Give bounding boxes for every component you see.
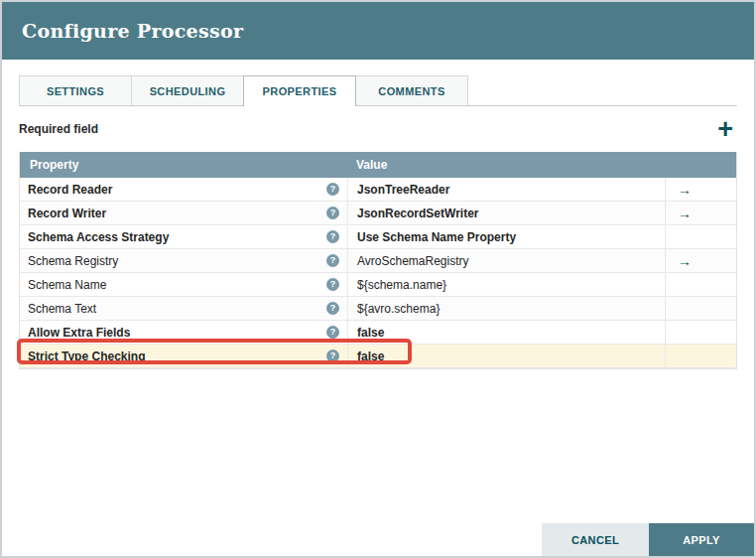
cancel-button[interactable]: CANCEL [542,523,649,556]
required-field-row: Required field + [19,106,737,152]
property-label: Strict Type Checking [28,349,145,363]
apply-button[interactable]: APPLY [649,523,754,556]
value-cell[interactable]: Use Schema Name Property [347,225,665,248]
question-mark-icon[interactable]: ? [326,349,339,362]
tab-bar: SETTINGS SCHEDULING PROPERTIES COMMENTS [19,75,737,106]
value-cell[interactable]: JsonRecordSetWriter [347,202,665,224]
question-mark-icon[interactable]: ? [326,183,339,196]
goto-cell: → [665,225,736,248]
property-label: Schema Access Strategy [28,230,169,244]
value-label: ${schema.name} [357,278,446,292]
goto-cell: → [665,321,736,344]
property-label: Schema Name [28,278,106,292]
plus-icon[interactable]: + [713,117,737,141]
table-row[interactable]: Schema Name ? ${schema.name} → [20,273,736,297]
value-label: ${avro.schema} [357,302,440,316]
value-label: AvroSchemaRegistry [357,254,469,268]
tab-properties[interactable]: PROPERTIES [243,75,356,106]
goto-cell: → [665,202,736,224]
property-cell: Allow Extra Fields ? [20,321,347,344]
value-label: Use Schema Name Property [357,230,516,244]
property-label: Record Reader [28,183,112,197]
value-cell[interactable]: false [347,321,665,344]
property-cell: Record Writer ? [20,202,347,224]
table-row[interactable]: Record Reader ? JsonTreeReader → [20,178,736,202]
question-mark-icon[interactable]: ? [326,302,339,315]
dialog-footer: CANCEL APPLY [542,523,754,556]
dialog-title: Configure Processor [22,20,243,42]
table-row[interactable]: Schema Text ? ${avro.schema} → [20,297,736,321]
right-arrow-icon[interactable]: → [678,206,692,221]
table-row[interactable]: Strict Type Checking ? false → [20,345,736,368]
property-label: Allow Extra Fields [28,326,130,340]
property-cell: Schema Access Strategy ? [20,225,347,248]
property-column-header: Property [20,158,347,172]
value-cell[interactable]: ${avro.schema} [347,297,665,320]
value-label: JsonTreeReader [357,183,449,197]
value-cell[interactable]: AvroSchemaRegistry [347,249,665,272]
property-label: Record Writer [28,207,106,220]
goto-cell: → [665,297,736,320]
table-header: Property Value [20,152,736,178]
dialog-content: SETTINGS SCHEDULING PROPERTIES COMMENTS … [2,75,754,539]
tab-scheduling[interactable]: SCHEDULING [131,75,244,105]
question-mark-icon[interactable]: ? [326,278,339,291]
property-cell: Schema Text ? [20,297,347,320]
required-field-label: Required field [19,122,98,136]
property-cell: Schema Name ? [20,273,347,296]
table-row[interactable]: Schema Registry ? AvroSchemaRegistry → [20,249,736,273]
value-label: JsonRecordSetWriter [357,207,478,220]
question-mark-icon[interactable]: ? [326,230,339,243]
goto-cell: → [665,178,736,201]
goto-cell: → [665,249,736,272]
goto-cell: → [665,345,736,367]
tab-settings[interactable]: SETTINGS [19,75,132,105]
value-label: false [357,349,384,363]
dialog-titlebar: Configure Processor [2,2,754,60]
property-cell: Schema Registry ? [20,249,347,272]
value-label: false [357,326,384,340]
property-label: Schema Text [28,302,96,316]
property-cell: Record Reader ? [20,178,347,201]
question-mark-icon[interactable]: ? [326,326,339,339]
goto-cell: → [665,273,736,296]
question-mark-icon[interactable]: ? [326,254,339,267]
table-row[interactable]: Schema Access Strategy ? Use Schema Name… [20,225,736,249]
value-cell[interactable]: false [347,345,665,367]
properties-table: Property Value Record Reader ? JsonTreeR… [19,152,737,369]
value-column-header: Value [347,158,665,172]
question-mark-icon[interactable]: ? [326,207,339,219]
table-body: Record Reader ? JsonTreeReader → Record … [20,178,736,368]
right-arrow-icon[interactable]: → [678,182,692,198]
right-arrow-icon[interactable]: → [678,253,692,269]
configure-processor-dialog: Configure Processor SETTINGS SCHEDULING … [0,0,756,558]
value-cell[interactable]: JsonTreeReader [347,178,665,201]
tab-comments[interactable]: COMMENTS [355,75,468,105]
property-label: Schema Registry [28,254,118,268]
value-cell[interactable]: ${schema.name} [347,273,665,296]
property-cell: Strict Type Checking ? [20,345,347,367]
table-row[interactable]: Allow Extra Fields ? false → [20,321,736,345]
table-row[interactable]: Record Writer ? JsonRecordSetWriter → [20,202,736,225]
